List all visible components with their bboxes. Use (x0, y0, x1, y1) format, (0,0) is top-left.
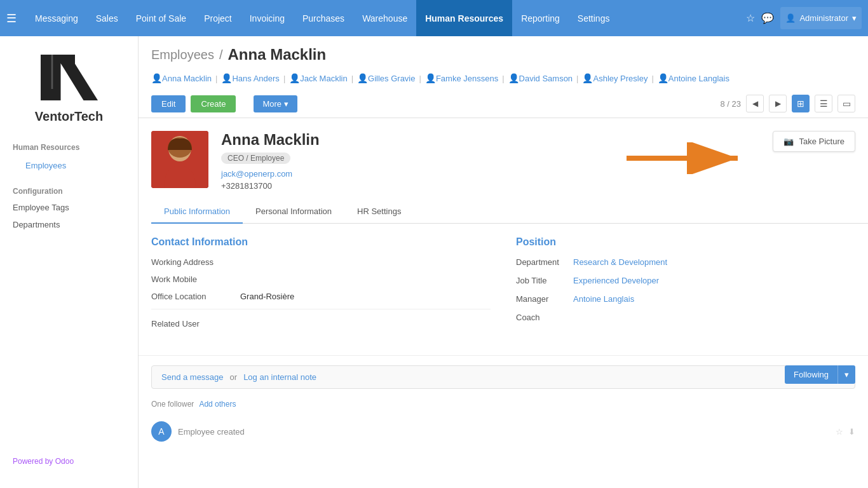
following-dropdown-button[interactable]: ▾ (837, 365, 855, 384)
manager-value[interactable]: Antoine Langlais (573, 294, 634, 304)
nav-invoicing[interactable]: Invoicing (241, 0, 294, 36)
more-chevron-icon: ▾ (284, 99, 288, 109)
follower-icon-5: 👤 (508, 73, 519, 83)
main-layout: VentorTech Human Resources Employees Con… (0, 36, 868, 488)
follower-jack[interactable]: Jack Macklin (300, 74, 347, 83)
nav-items: Messaging Sales Point of Sale Project In… (26, 0, 746, 36)
tab-hr-settings[interactable]: HR Settings (344, 200, 414, 224)
employee-created-row: A Employee created ☆ ⬇ (139, 415, 868, 448)
tab-bar: Public Information Personal Information … (151, 200, 868, 224)
admin-menu[interactable]: 👤 Administrator ▾ (780, 7, 862, 29)
follower-sep-4: | (502, 74, 504, 83)
prev-record-button[interactable]: ◀ (746, 95, 764, 112)
send-message-button[interactable]: Send a message (161, 372, 224, 382)
department-label: Department (516, 257, 573, 267)
nav-sales[interactable]: Sales (87, 0, 127, 36)
working-address-label: Working Address (151, 257, 240, 267)
employee-card: Anna Macklin CEO / Employee jack@openerp… (139, 118, 868, 200)
sidebar-item-employees[interactable]: Employees (13, 157, 125, 174)
follower-famke[interactable]: Famke Jenssens (436, 74, 498, 83)
created-icons: ☆ ⬇ (836, 427, 855, 437)
top-navigation: ☰ Messaging Sales Point of Sale Project … (0, 0, 868, 36)
next-record-button[interactable]: ▶ (769, 95, 787, 112)
work-mobile-row: Work Mobile (151, 274, 491, 284)
breadcrumb-separator: / (219, 48, 223, 62)
tab-public-info[interactable]: Public Information (151, 200, 243, 224)
job-title-label: Job Title (516, 276, 573, 285)
follower-icon-1: 👤 (221, 73, 232, 83)
add-others-link[interactable]: Add others (199, 400, 236, 409)
follower-david[interactable]: David Samson (519, 74, 573, 83)
tab-content: Contact Information Working Address Work… (139, 224, 868, 349)
contact-section-title: Contact Information (151, 236, 491, 248)
employee-name: Anna Macklin (221, 131, 855, 149)
follower-icon-2: 👤 (289, 73, 300, 83)
nav-settings[interactable]: Settings (569, 0, 619, 36)
employee-photo-inner (151, 131, 208, 188)
breadcrumb-current: Anna Macklin (228, 46, 327, 64)
sidebar: VentorTech Human Resources Employees Con… (0, 36, 139, 488)
logo-area: VentorTech (0, 49, 138, 137)
manager-label: Manager (516, 294, 573, 304)
follower-antoine[interactable]: Antoine Langlais (668, 74, 729, 83)
breadcrumb: Employees / Anna Macklin (139, 36, 868, 70)
nav-reporting[interactable]: Reporting (512, 0, 569, 36)
follower-hans[interactable]: Hans Anders (232, 74, 279, 83)
employee-created-label: Employee created (178, 427, 245, 437)
follower-icon-3: 👤 (357, 73, 368, 83)
follower-anna[interactable]: Anna Macklin (162, 74, 212, 83)
edit-button[interactable]: Edit (151, 95, 186, 112)
employee-avatar-svg (151, 131, 208, 188)
position-section: Position Department Research & Developme… (516, 236, 855, 336)
message-input-bar: Send a message or Log an internal note (151, 365, 855, 389)
nav-hr[interactable]: Human Resources (416, 0, 512, 36)
chat-icon[interactable]: 💬 (761, 12, 774, 24)
arrow-indicator (627, 142, 754, 180)
admin-label: Administrator (799, 13, 848, 23)
more-button[interactable]: More ▾ (254, 95, 297, 112)
following-button[interactable]: Following (785, 365, 837, 384)
follower-sep-0: | (215, 74, 217, 83)
follower-sep-6: | (651, 74, 653, 83)
content-area: Employees / Anna Macklin 👤 Anna Macklin … (139, 36, 868, 488)
breadcrumb-parent[interactable]: Employees (151, 48, 214, 62)
employee-photo (151, 131, 208, 188)
action-bar-right: 8 / 23 ◀ ▶ ⊞ ☰ ▭ (720, 95, 855, 112)
office-location-label: Office Location (151, 292, 240, 301)
contact-section: Contact Information Working Address Work… (151, 236, 491, 336)
follower-ashley[interactable]: Ashley Presley (593, 74, 648, 83)
follower-icon-0: 👤 (151, 73, 162, 83)
admin-avatar: 👤 (785, 13, 796, 23)
working-address-row: Working Address (151, 257, 491, 267)
office-location-value[interactable]: Grand-Rosière (240, 292, 491, 301)
job-title-value[interactable]: Experienced Developer (573, 276, 659, 285)
follower-gilles[interactable]: Gilles Gravie (368, 74, 415, 83)
related-user-row: Related User (151, 319, 491, 329)
sidebar-item-departments[interactable]: Departments (0, 216, 138, 233)
list-view-button[interactable]: ☰ (815, 95, 832, 112)
employee-email[interactable]: jack@openerp.com (221, 169, 855, 179)
nav-messaging[interactable]: Messaging (26, 0, 87, 36)
follower-sep-5: | (576, 74, 578, 83)
follower-icon-7: 👤 (658, 73, 668, 83)
nav-warehouse[interactable]: Warehouse (353, 0, 416, 36)
page-counter: 8 / 23 (720, 99, 741, 109)
kanban-view-button[interactable]: ⊞ (792, 95, 810, 112)
download-activity-icon[interactable]: ⬇ (848, 427, 855, 437)
star-icon[interactable]: ☆ (746, 12, 755, 24)
nav-project[interactable]: Project (195, 0, 241, 36)
company-logo (31, 49, 107, 106)
odoo-brand: Odoo (55, 457, 74, 466)
sidebar-section-hr: Human Resources Employees (0, 137, 138, 177)
take-picture-button[interactable]: 📷 Take Picture (773, 131, 855, 152)
tab-personal-info[interactable]: Personal Information (243, 200, 344, 224)
star-activity-icon[interactable]: ☆ (836, 427, 843, 437)
hamburger-menu[interactable]: ☰ (6, 11, 17, 25)
nav-pos[interactable]: Point of Sale (127, 0, 195, 36)
nav-purchases[interactable]: Purchases (294, 0, 353, 36)
log-note-button[interactable]: Log an internal note (243, 372, 316, 382)
department-value[interactable]: Research & Development (573, 257, 667, 267)
form-view-button[interactable]: ▭ (837, 95, 855, 112)
sidebar-item-employee-tags[interactable]: Employee Tags (0, 199, 138, 216)
create-button[interactable]: Create (191, 95, 236, 112)
